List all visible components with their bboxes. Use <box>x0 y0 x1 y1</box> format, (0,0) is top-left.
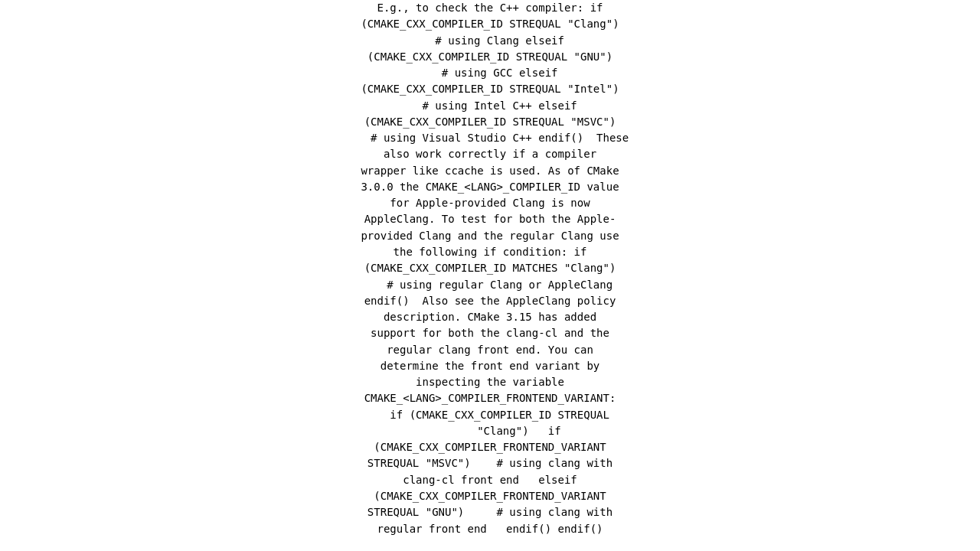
code-line: for Apple-provided Clang is now <box>153 195 827 211</box>
code-line: (CMAKE_CXX_COMPILER_ID STREQUAL "Intel") <box>153 81 827 97</box>
code-line: STREQUAL "GNU") # using clang with <box>153 504 827 520</box>
code-line: CMAKE_<LANG>_COMPILER_FRONTEND_VARIANT: <box>153 390 827 406</box>
code-line: (CMAKE_CXX_COMPILER_FRONTEND_VARIANT <box>153 439 827 455</box>
code-line: (CMAKE_CXX_COMPILER_ID STREQUAL "Clang") <box>153 16 827 32</box>
code-line: endif() Also see the AppleClang policy <box>153 293 827 309</box>
code-line: clang-cl front end elseif <box>153 472 827 488</box>
code-line: AppleClang. To test for both the Apple- <box>153 211 827 227</box>
code-line: # using Clang elseif <box>153 33 827 49</box>
code-line: wrapper like ccache is used. As of CMake <box>153 163 827 179</box>
code-line: provided Clang and the regular Clang use <box>153 228 827 244</box>
code-line: # using regular Clang or AppleClang <box>153 277 827 293</box>
code-line: STREQUAL "MSVC") # using clang with <box>153 455 827 471</box>
code-line: support for both the clang-cl and the <box>153 325 827 341</box>
code-line: # using Intel C++ elseif <box>153 98 827 114</box>
code-line: (CMAKE_CXX_COMPILER_FRONTEND_VARIANT <box>153 488 827 504</box>
code-line: the following if condition: if <box>153 244 827 260</box>
code-line: # using Visual Studio C++ endif() These <box>153 130 827 146</box>
code-line: if (CMAKE_CXX_COMPILER_ID STREQUAL <box>153 407 827 423</box>
code-line: inspecting the variable <box>153 374 827 390</box>
code-line: (CMAKE_CXX_COMPILER_ID STREQUAL "MSVC") <box>153 114 827 130</box>
code-line: also work correctly if a compiler <box>153 146 827 162</box>
code-line: description. CMake 3.15 has added <box>153 309 827 325</box>
main-content: E.g., to check the C++ compiler: if(CMAK… <box>0 0 980 537</box>
code-line: # using GCC elseif <box>153 65 827 81</box>
code-line: determine the front end variant by <box>153 358 827 374</box>
code-line: (CMAKE_CXX_COMPILER_ID STREQUAL "GNU") <box>153 49 827 65</box>
code-line: regular clang front end. You can <box>153 342 827 358</box>
code-line: (CMAKE_CXX_COMPILER_ID MATCHES "Clang") <box>153 260 827 276</box>
code-line: "Clang") if <box>153 423 827 439</box>
code-line: E.g., to check the C++ compiler: if <box>153 0 827 16</box>
code-line: regular front end endif() endif() <box>153 521 827 537</box>
code-line: 3.0.0 the CMAKE_<LANG>_COMPILER_ID value <box>153 179 827 195</box>
